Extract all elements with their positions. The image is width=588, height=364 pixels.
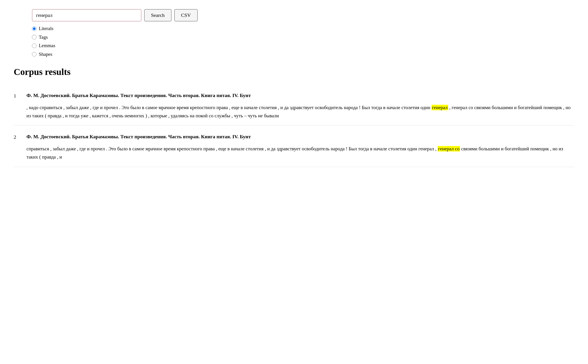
highlight-2: генерал со — [438, 146, 460, 151]
result-number-2: 2 — [14, 133, 21, 161]
table-row: 2 Ф. М. Достоевский. Братья Карамазовы. … — [14, 127, 574, 167]
search-button[interactable]: Search — [144, 9, 172, 21]
result-number-1: 1 — [14, 91, 21, 120]
filter-shapes-label: Shapes — [39, 51, 53, 58]
results-list: 1 Ф. М. Достоевский. Братья Карамазовы. … — [14, 86, 574, 167]
page-title: Corpus results — [14, 65, 574, 79]
highlight-1: генерал — [432, 105, 448, 110]
result-title-1: Ф. М. Достоевский. Братья Карамазовы. Те… — [27, 91, 574, 99]
search-bar: Search CSV — [14, 9, 574, 21]
result-title-2: Ф. М. Достоевский. Братья Карамазовы. Те… — [27, 133, 574, 140]
filter-tags[interactable]: Tags — [32, 34, 574, 41]
filter-literals-label: Literals — [39, 25, 53, 32]
filter-options: Literals Tags Lemmas Shapes — [14, 25, 574, 58]
result-text-1: , надо справиться , забыл даже , где и п… — [27, 104, 574, 120]
filter-tags-label: Tags — [39, 34, 48, 41]
filter-lemmas[interactable]: Lemmas — [32, 42, 574, 49]
filter-literals[interactable]: Literals — [32, 25, 574, 32]
filter-lemmas-label: Lemmas — [39, 42, 55, 49]
radio-literals[interactable] — [32, 26, 36, 31]
result-content-2: Ф. М. Достоевский. Братья Карамазовы. Те… — [27, 133, 574, 161]
result-content-1: Ф. М. Достоевский. Братья Карамазовы. Те… — [27, 91, 574, 120]
radio-shapes[interactable] — [32, 52, 36, 57]
radio-lemmas[interactable] — [32, 44, 36, 48]
csv-button[interactable]: CSV — [174, 9, 198, 21]
filter-shapes[interactable]: Shapes — [32, 51, 574, 58]
table-row: 1 Ф. М. Достоевский. Братья Карамазовы. … — [14, 86, 574, 125]
search-input[interactable] — [32, 9, 141, 21]
radio-tags[interactable] — [32, 35, 36, 39]
result-text-2: справиться , забыл даже , где и прочел .… — [27, 145, 574, 161]
